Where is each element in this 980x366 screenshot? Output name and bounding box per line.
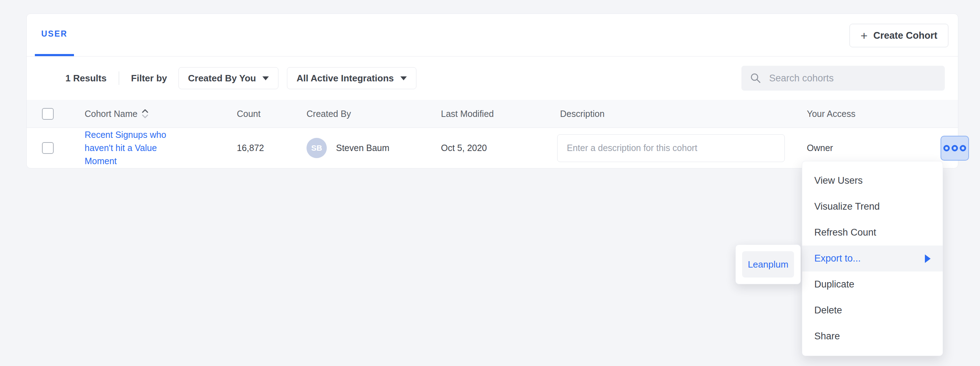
created-by-dropdown[interactable]: Created By You bbox=[178, 67, 278, 89]
menu-item-label: Duplicate bbox=[814, 279, 854, 290]
tab-user[interactable]: USER bbox=[35, 14, 74, 56]
menu-item-visualize-trend[interactable]: Visualize Trend bbox=[802, 194, 943, 220]
header-created-by: Created By bbox=[307, 109, 441, 119]
menu-item-label: Visualize Trend bbox=[814, 201, 880, 212]
cohort-name-link[interactable]: Recent Signups who haven't hit a Value M… bbox=[84, 128, 177, 168]
export-submenu: Leanplum bbox=[735, 244, 801, 284]
row-checkbox[interactable] bbox=[42, 142, 54, 154]
results-count: 1 Results bbox=[65, 73, 107, 84]
last-modified-date: Oct 5, 2020 bbox=[441, 143, 537, 153]
menu-item-share[interactable]: Share bbox=[802, 323, 943, 349]
ellipsis-icon bbox=[943, 145, 950, 151]
chevron-down-icon bbox=[400, 76, 407, 80]
search-input[interactable] bbox=[769, 73, 936, 84]
filter-bar: 1 Results Filter by Created By You All A… bbox=[27, 57, 958, 100]
chevron-down-icon bbox=[262, 76, 269, 80]
cohort-count: 16,872 bbox=[237, 143, 307, 153]
menu-item-duplicate[interactable]: Duplicate bbox=[802, 271, 943, 298]
plus-icon: + bbox=[861, 30, 868, 41]
create-cohort-button[interactable]: + Create Cohort bbox=[850, 24, 948, 47]
search-box bbox=[741, 66, 945, 90]
filter-by-label: Filter by bbox=[131, 73, 167, 84]
creator-name: Steven Baum bbox=[336, 143, 389, 153]
menu-item-label: Delete bbox=[814, 305, 842, 316]
integrations-dropdown[interactable]: All Active Integrations bbox=[287, 67, 417, 89]
description-input[interactable] bbox=[557, 134, 785, 162]
menu-item-refresh-count[interactable]: Refresh Count bbox=[802, 220, 943, 246]
create-cohort-label: Create Cohort bbox=[873, 30, 937, 41]
created-by-dropdown-label: Created By You bbox=[188, 73, 256, 84]
header-last-modified: Last Modified bbox=[441, 109, 537, 119]
access-value: Owner bbox=[781, 143, 914, 153]
menu-item-export-to[interactable]: Export to... bbox=[802, 246, 943, 271]
select-all-checkbox[interactable] bbox=[42, 108, 54, 120]
avatar: SB bbox=[307, 138, 327, 158]
ellipsis-icon bbox=[960, 145, 966, 151]
submenu-item-label: Leanplum bbox=[748, 259, 788, 270]
menu-item-label: View Users bbox=[814, 175, 863, 186]
tab-bar: USER + Create Cohort bbox=[27, 14, 958, 57]
menu-item-label: Refresh Count bbox=[814, 227, 876, 238]
table-header: Cohort Name Count Created By Last Modifi… bbox=[27, 100, 958, 128]
menu-item-label: Export to... bbox=[814, 253, 861, 264]
cohorts-panel: USER + Create Cohort 1 Results Filter by… bbox=[26, 14, 958, 168]
submenu-arrow-icon bbox=[925, 254, 931, 263]
search-icon bbox=[750, 73, 761, 84]
menu-item-delete[interactable]: Delete bbox=[802, 298, 943, 323]
tab-user-label: USER bbox=[41, 29, 68, 39]
integrations-dropdown-label: All Active Integrations bbox=[297, 73, 394, 84]
divider bbox=[119, 71, 119, 85]
context-menu: View Users Visualize Trend Refresh Count… bbox=[802, 161, 943, 356]
header-cohort-name[interactable]: Cohort Name bbox=[84, 109, 138, 119]
header-your-access: Your Access bbox=[781, 109, 914, 119]
header-count: Count bbox=[237, 109, 307, 119]
sort-icon[interactable] bbox=[141, 108, 149, 119]
header-description: Description bbox=[537, 109, 781, 119]
menu-item-view-users[interactable]: View Users bbox=[802, 168, 943, 194]
submenu-item-leanplum[interactable]: Leanplum bbox=[742, 251, 794, 277]
menu-item-label: Share bbox=[814, 331, 840, 342]
more-actions-button[interactable] bbox=[940, 136, 969, 161]
ellipsis-icon bbox=[951, 145, 958, 151]
